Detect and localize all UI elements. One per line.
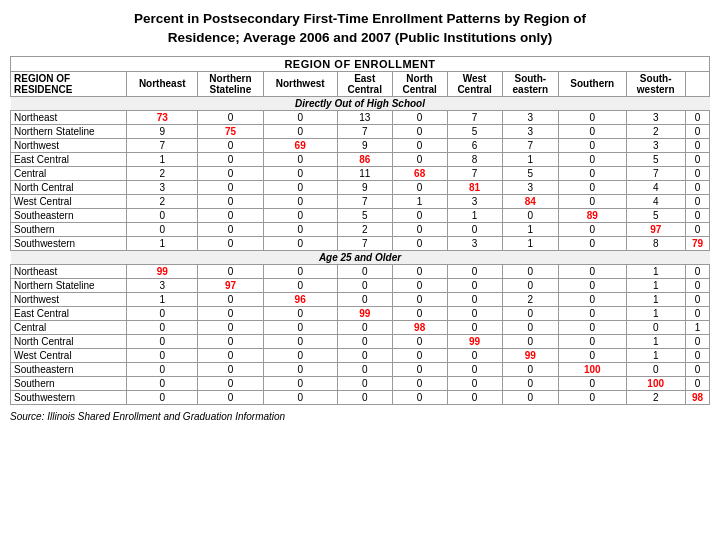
table-cell: 1 [626, 306, 685, 320]
table-cell: 0 [263, 152, 337, 166]
table-cell: 1 [127, 152, 198, 166]
table-cell: 0 [263, 222, 337, 236]
table-cell: 0 [263, 306, 337, 320]
table-cell: 84 [502, 194, 558, 208]
table-cell: 5 [502, 166, 558, 180]
table-cell: 0 [127, 306, 198, 320]
table-cell: 0 [127, 390, 198, 404]
row-region-label: Northwest [11, 138, 127, 152]
table-cell: 0 [685, 362, 709, 376]
table-cell: 0 [337, 390, 392, 404]
table-cell: 2 [127, 194, 198, 208]
table-cell: 7 [447, 166, 502, 180]
table-cell: 0 [559, 292, 626, 306]
table-cell: 0 [263, 264, 337, 278]
table-cell: 99 [337, 306, 392, 320]
table-cell: 6 [447, 138, 502, 152]
table-cell: 7 [127, 138, 198, 152]
table-cell: 13 [337, 110, 392, 124]
table-cell: 1 [502, 222, 558, 236]
table-cell: 3 [502, 124, 558, 138]
row-region-label: Southeastern [11, 208, 127, 222]
col-northern-stateline: NorthernStateline [198, 71, 263, 96]
table-cell: 0 [198, 334, 263, 348]
table-cell: 7 [337, 124, 392, 138]
table-cell: 0 [337, 292, 392, 306]
table-cell: 0 [198, 306, 263, 320]
table-cell: 0 [263, 110, 337, 124]
row-region-label: East Central [11, 152, 127, 166]
table-cell: 0 [685, 292, 709, 306]
table-cell: 0 [447, 264, 502, 278]
table-cell: 7 [502, 138, 558, 152]
table-cell: 0 [685, 194, 709, 208]
table-cell: 0 [337, 362, 392, 376]
table-cell: 0 [685, 152, 709, 166]
row-region-label: Northwest [11, 292, 127, 306]
table-cell: 0 [685, 306, 709, 320]
col-extra [685, 71, 709, 96]
row-region-label: Northeast [11, 110, 127, 124]
table-cell: 3 [626, 110, 685, 124]
table-cell: 5 [626, 208, 685, 222]
table-cell: 0 [263, 320, 337, 334]
table-cell: 0 [337, 376, 392, 390]
table-cell: 0 [392, 334, 447, 348]
table-cell: 99 [127, 264, 198, 278]
table-cell: 0 [263, 236, 337, 250]
table-cell: 8 [447, 152, 502, 166]
table-cell: 0 [559, 390, 626, 404]
table-cell: 0 [502, 376, 558, 390]
table-cell: 1 [502, 152, 558, 166]
table-cell: 0 [447, 390, 502, 404]
row-region-label: Southwestern [11, 390, 127, 404]
section2-header: Age 25 and Older [11, 250, 710, 264]
table-cell: 0 [685, 278, 709, 292]
table-cell: 0 [685, 166, 709, 180]
table-cell: 3 [502, 110, 558, 124]
table-cell: 0 [392, 152, 447, 166]
table-cell: 0 [447, 362, 502, 376]
table-cell: 0 [502, 390, 558, 404]
table-cell: 0 [685, 348, 709, 362]
table-cell: 4 [626, 180, 685, 194]
table-cell: 97 [626, 222, 685, 236]
col-southeastern: South-eastern [502, 71, 558, 96]
table-cell: 0 [502, 208, 558, 222]
enrollment-region-header: REGION OF ENROLLMENT [11, 56, 710, 71]
table-cell: 1 [626, 278, 685, 292]
table-cell: 99 [447, 334, 502, 348]
table-cell: 0 [447, 222, 502, 236]
page-title: Percent in Postsecondary First-Time Enro… [10, 10, 710, 48]
table-cell: 1 [127, 236, 198, 250]
table-cell: 0 [685, 208, 709, 222]
table-cell: 89 [559, 208, 626, 222]
row-region-label: Central [11, 320, 127, 334]
table-cell: 0 [198, 362, 263, 376]
table-cell: 0 [559, 306, 626, 320]
row-region-label: North Central [11, 180, 127, 194]
table-cell: 0 [559, 194, 626, 208]
table-cell: 0 [198, 152, 263, 166]
table-cell: 0 [559, 264, 626, 278]
row-region-label: Central [11, 166, 127, 180]
table-cell: 0 [263, 334, 337, 348]
table-cell: 7 [626, 166, 685, 180]
table-cell: 96 [263, 292, 337, 306]
table-cell: 3 [447, 236, 502, 250]
table-cell: 0 [502, 278, 558, 292]
section1-header: Directly Out of High School [11, 96, 710, 110]
table-cell: 0 [198, 208, 263, 222]
row-region-label: West Central [11, 194, 127, 208]
table-cell: 0 [127, 320, 198, 334]
table-cell: 7 [337, 236, 392, 250]
table-cell: 0 [127, 362, 198, 376]
row-region-label: Northern Stateline [11, 278, 127, 292]
table-cell: 0 [626, 320, 685, 334]
table-cell: 0 [392, 362, 447, 376]
table-cell: 1 [127, 292, 198, 306]
table-cell: 0 [392, 236, 447, 250]
source-text: Source: Illinois Shared Enrollment and G… [10, 411, 710, 422]
table-cell: 0 [263, 194, 337, 208]
table-cell: 0 [263, 180, 337, 194]
